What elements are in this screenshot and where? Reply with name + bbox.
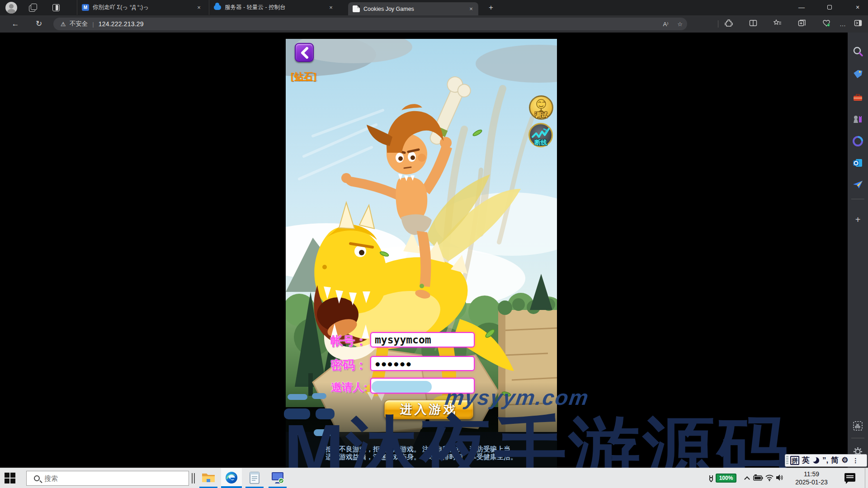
taskbar-remote-desktop[interactable] [267, 468, 288, 488]
screenshot-capture-icon[interactable] [852, 420, 863, 432]
watermark-brand: M沐夜手游源码 [284, 402, 791, 468]
collections-icon[interactable] [773, 19, 783, 29]
debug-label: 调试 [528, 111, 555, 119]
window-close-button[interactable]: × [847, 0, 868, 15]
remote-desktop-icon [270, 470, 285, 485]
tab-close-icon[interactable]: × [327, 4, 335, 11]
wifi-icon[interactable] [765, 474, 774, 481]
watermark-dash [288, 394, 307, 400]
favorite-star-icon[interactable]: ☆ [677, 21, 683, 28]
tab-title: 服务器 - 轻量云 - 控制台 [225, 4, 324, 11]
ime-fullwidth-moon-icon[interactable] [813, 457, 819, 464]
inviter-label: 邀请人: [299, 380, 367, 394]
browser-titlebar: M 你别走吖 Σ(っ °Д °;)っ × 服务器 - 轻量云 - 控制台 × C… [0, 0, 868, 15]
ime-more-icon[interactable]: ⋮ [852, 455, 859, 466]
workspaces-icon[interactable] [28, 3, 37, 12]
clock-time: 11:59 [784, 470, 839, 478]
start-button[interactable] [5, 473, 16, 484]
taskbar: 100% 11:59 2025-01-23 [0, 468, 868, 488]
read-aloud-icon[interactable]: A⁾ [663, 21, 668, 28]
browser-toolbar: ← ↻ ⚠ 不安全 | 124.222.213.29 A⁾ ☆ … [0, 15, 868, 33]
security-label: 不安全 [70, 20, 88, 28]
toolbar-divider [718, 20, 718, 28]
disconnect-label: 断线 [527, 139, 554, 147]
back-nav-icon[interactable]: ← [10, 19, 21, 29]
address-bar[interactable]: ⚠ 不安全 | 124.222.213.29 A⁾ ☆ [53, 18, 687, 30]
ime-drag-handle[interactable] [786, 456, 788, 465]
tab-2[interactable]: 服务器 - 轻量云 - 控制台 × [209, 0, 338, 15]
taskbar-clock[interactable]: 11:59 2025-01-23 [784, 470, 839, 486]
outlook-icon[interactable] [852, 157, 863, 169]
search-icon[interactable] [852, 46, 863, 57]
not-secure-warning-icon: ⚠ [61, 21, 66, 28]
power-plug-icon[interactable] [708, 474, 715, 482]
toolbox-icon[interactable] [852, 92, 863, 103]
account-input[interactable] [370, 332, 475, 347]
edge-sidebar: + [848, 33, 868, 468]
clock-date: 2025-01-23 [784, 478, 839, 486]
tray-chevron-icon[interactable] [744, 476, 750, 482]
page-background: [钻石] 调试 断线 帐号： 密码： [0, 33, 848, 468]
profile-avatar[interactable] [5, 2, 17, 14]
watermark-dash [312, 393, 326, 399]
window-restore-button[interactable] [819, 0, 840, 15]
drop-paper-plane-icon[interactable] [852, 179, 863, 190]
ime-pinyin-logo[interactable]: 拼 [790, 456, 799, 465]
tab-close-icon[interactable]: × [467, 5, 475, 13]
split-screen-icon[interactable] [748, 19, 758, 29]
games-icon[interactable] [852, 113, 863, 125]
inviter-autofill-highlight [372, 381, 432, 393]
taskbar-search-input[interactable] [43, 474, 156, 483]
shopping-tag-icon[interactable] [852, 69, 863, 80]
show-desktop-button[interactable] [865, 468, 865, 488]
battery-percent-badge: 100% [716, 474, 736, 483]
doc-m-favicon: M [82, 4, 89, 11]
task-view-icon[interactable] [192, 473, 195, 483]
taskbar-edge[interactable] [221, 468, 242, 488]
action-center-icon[interactable] [844, 473, 855, 482]
edge-browser-icon [224, 470, 239, 485]
web-capture-icon[interactable] [797, 19, 807, 29]
refresh-icon[interactable]: ↻ [33, 19, 44, 29]
file-explorer-icon [201, 470, 216, 485]
cloud-favicon [214, 5, 221, 10]
account-label: 帐号： [304, 333, 367, 349]
taskbar-notepad[interactable] [244, 468, 265, 488]
battery-icon[interactable] [753, 474, 763, 481]
tab-3-active[interactable]: Cookies Joy Games × [348, 2, 478, 15]
chevron-left-icon [299, 47, 310, 59]
back-button[interactable] [295, 43, 314, 62]
ime-language-bar[interactable]: 拼 英 ”, 简 ⚙ ⋮ [785, 454, 867, 467]
search-magnifier-icon [34, 475, 40, 481]
window-minimize-button[interactable]: — [791, 0, 812, 15]
taskbar-search[interactable] [26, 471, 189, 486]
browser-essentials-icon[interactable] [821, 19, 831, 29]
speaker-icon[interactable] [776, 474, 784, 481]
tab-close-icon[interactable]: × [195, 4, 203, 11]
sidebar-divider [851, 438, 864, 438]
microsoft365-icon[interactable] [852, 136, 863, 147]
password-label: 密码： [304, 357, 367, 373]
taskbar-file-explorer[interactable] [198, 468, 219, 488]
notepad-icon [247, 470, 262, 485]
password-input[interactable] [370, 356, 475, 371]
ime-toolbox-gear-icon[interactable]: ⚙ [841, 455, 848, 466]
ime-mode-toggle[interactable]: 英 [802, 455, 810, 466]
tab-actions-icon[interactable] [52, 3, 61, 12]
ime-charset-toggle[interactable]: 简 [831, 455, 839, 466]
sidebar-add-button[interactable]: + [852, 214, 863, 225]
tab-1[interactable]: M 你别走吖 Σ(っ °Д °;)っ × [77, 0, 206, 15]
extensions-puzzle-icon[interactable] [724, 19, 734, 29]
tab-title: Cookies Joy Games [363, 6, 464, 12]
new-tab-button[interactable]: + [486, 3, 496, 13]
tab-title: 你别走吖 Σ(っ °Д °;)っ [93, 4, 192, 11]
sidebar-toggle-icon[interactable] [853, 19, 863, 29]
page-favicon [353, 5, 360, 12]
sidebar-divider [851, 199, 864, 199]
diamond-link[interactable]: [钻石] [291, 70, 316, 83]
ime-punctuation-toggle[interactable]: ”, [822, 455, 828, 466]
url-text[interactable]: 124.222.213.29 [99, 20, 144, 28]
settings-more-icon[interactable]: … [838, 19, 848, 29]
screen: M 你别走吖 Σ(っ °Д °;)っ × 服务器 - 轻量云 - 控制台 × C… [0, 0, 868, 488]
address-separator: | [92, 21, 94, 28]
